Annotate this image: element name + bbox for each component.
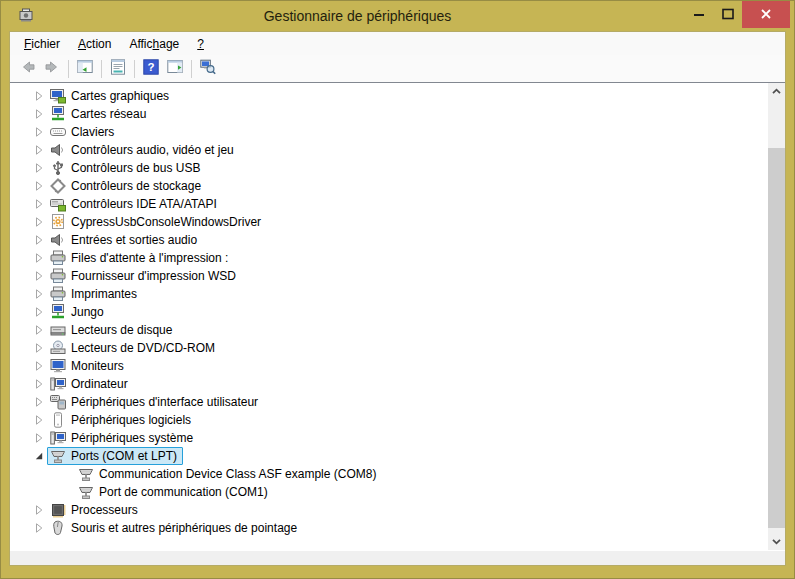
tree-row: CypressUsbConsoleWindowsDriver <box>10 213 785 231</box>
tree-item[interactable]: Ports (COM et LPT) <box>47 447 183 465</box>
tree-item[interactable]: Lecteurs de disque <box>47 321 178 339</box>
tree-item[interactable]: Périphériques système <box>47 429 199 447</box>
device-tree: Cartes graphiquesCartes réseauClaviersCo… <box>10 82 785 550</box>
network-adapter-icon <box>50 106 66 122</box>
tree-item[interactable]: Entrées et sorties audio <box>47 231 203 249</box>
expand-arrow-icon[interactable] <box>31 160 47 176</box>
tree-item[interactable]: Contrôleurs audio, vidéo et jeu <box>47 141 240 159</box>
expand-arrow-icon[interactable] <box>31 304 47 320</box>
minimize-button[interactable] <box>684 1 713 28</box>
expand-arrow-icon[interactable] <box>31 142 47 158</box>
tree-item[interactable]: Cartes réseau <box>47 105 152 123</box>
tree-item[interactable]: Lecteurs de DVD/CD-ROM <box>47 339 221 357</box>
expand-arrow-icon[interactable] <box>31 358 47 374</box>
expand-arrow-icon[interactable] <box>31 520 47 536</box>
expand-arrow-icon[interactable] <box>31 124 47 140</box>
tree-item[interactable]: Imprimantes <box>47 285 143 303</box>
maximize-button[interactable] <box>713 1 742 28</box>
svg-text:?: ? <box>147 61 154 73</box>
expand-arrow-icon[interactable] <box>31 394 47 410</box>
tree-item[interactable]: Souris et autres périphériques de pointa… <box>47 519 303 537</box>
tree-item[interactable]: Ordinateur <box>47 375 134 393</box>
menu-aide[interactable]: ? <box>188 34 213 54</box>
toolbar-separator <box>191 60 192 78</box>
tree-item[interactable]: Périphériques d'interface utilisateur <box>47 393 264 411</box>
menu-action[interactable]: Action <box>69 34 120 54</box>
tree-item[interactable]: Port de communication (COM1) <box>75 483 274 501</box>
scroll-down-button[interactable] <box>768 533 785 550</box>
expand-arrow-icon[interactable] <box>31 286 47 302</box>
tree-item-label: Communication Device Class ASF example (… <box>99 466 376 482</box>
tree-item[interactable]: Contrôleurs de stockage <box>47 177 207 195</box>
properties-button[interactable] <box>106 57 130 81</box>
window-controls <box>684 1 790 28</box>
serial-port-icon <box>50 448 66 464</box>
arrow-left-icon <box>20 59 36 79</box>
expand-arrow-icon[interactable] <box>31 412 47 428</box>
expand-arrow-icon[interactable] <box>31 232 47 248</box>
computer-icon <box>50 430 66 446</box>
tree-item[interactable]: Processeurs <box>47 501 144 519</box>
menu-fichier[interactable]: Fichier <box>15 34 69 54</box>
menu-bar: FichierActionAffichage? <box>10 32 785 55</box>
menu-affichage[interactable]: Affichage <box>120 34 188 54</box>
tree-item[interactable]: Claviers <box>47 123 120 141</box>
expand-arrow-icon[interactable] <box>31 196 47 212</box>
monitor-icon <box>50 358 66 374</box>
show-action-pane-button[interactable] <box>163 57 187 81</box>
vertical-scrollbar[interactable] <box>768 83 785 550</box>
scroll-up-button[interactable] <box>768 83 785 100</box>
toolbar: ? <box>10 55 785 82</box>
storage-controller-icon <box>50 178 66 194</box>
expand-arrow-icon[interactable] <box>31 250 47 266</box>
expand-arrow-icon[interactable] <box>31 268 47 284</box>
expand-arrow-icon[interactable] <box>31 106 47 122</box>
scrollbar-thumb[interactable] <box>768 148 785 528</box>
tree-item[interactable]: Jungo <box>47 303 110 321</box>
usb-icon <box>50 160 66 176</box>
tree-item-label: Files d'attente à l'impression : <box>71 250 228 266</box>
close-button[interactable] <box>742 1 790 28</box>
titlebar[interactable]: Gestionnaire de périphériques <box>1 1 794 31</box>
tree-row: Souris et autres périphériques de pointa… <box>10 519 785 537</box>
tree-item[interactable]: Cartes graphiques <box>47 87 175 105</box>
scan-hardware-changes-button[interactable] <box>196 57 220 81</box>
tree-item-label: Cartes réseau <box>71 106 146 122</box>
cd-drive-icon <box>50 340 66 356</box>
tree-item[interactable]: Moniteurs <box>47 357 130 375</box>
software-device-icon <box>50 412 66 428</box>
help-icon: ? <box>143 59 159 79</box>
collapse-arrow-icon[interactable] <box>31 448 47 464</box>
expand-arrow-icon[interactable] <box>31 502 47 518</box>
tree-row: Cartes graphiques <box>10 87 785 105</box>
expand-arrow-icon[interactable] <box>31 178 47 194</box>
tree-item[interactable]: Communication Device Class ASF example (… <box>75 465 382 483</box>
printer-icon <box>50 250 66 266</box>
help-button[interactable]: ? <box>139 57 163 81</box>
toolbar-separator <box>101 60 102 78</box>
expand-arrow-icon[interactable] <box>31 214 47 230</box>
expand-arrow-icon[interactable] <box>31 88 47 104</box>
tree-row: Contrôleurs IDE ATA/ATAPI <box>10 195 785 213</box>
expand-arrow-icon[interactable] <box>31 340 47 356</box>
tree-row: Moniteurs <box>10 357 785 375</box>
tree-item[interactable]: Contrôleurs IDE ATA/ATAPI <box>47 195 223 213</box>
scan-icon <box>200 59 216 79</box>
expand-arrow-icon[interactable] <box>31 430 47 446</box>
chevron-up-icon <box>771 86 782 97</box>
tree-item-label: Périphériques d'interface utilisateur <box>71 394 258 410</box>
tree-item-label: Ports (COM et LPT) <box>71 448 177 464</box>
show-console-tree-button[interactable] <box>73 57 97 81</box>
tree-item[interactable]: Contrôleurs de bus USB <box>47 159 206 177</box>
arrow-right-icon <box>44 59 60 79</box>
forward-button <box>40 57 64 81</box>
tree-item[interactable]: Fournisseur d'impression WSD <box>47 267 242 285</box>
expand-arrow-icon[interactable] <box>31 322 47 338</box>
tree-item[interactable]: CypressUsbConsoleWindowsDriver <box>47 213 267 231</box>
driver-package-icon <box>50 214 66 230</box>
tree-item[interactable]: Périphériques logiciels <box>47 411 197 429</box>
tree-item[interactable]: Files d'attente à l'impression : <box>47 249 234 267</box>
tree-row: Lecteurs de disque <box>10 321 785 339</box>
expand-arrow-icon[interactable] <box>31 376 47 392</box>
back-button <box>16 57 40 81</box>
